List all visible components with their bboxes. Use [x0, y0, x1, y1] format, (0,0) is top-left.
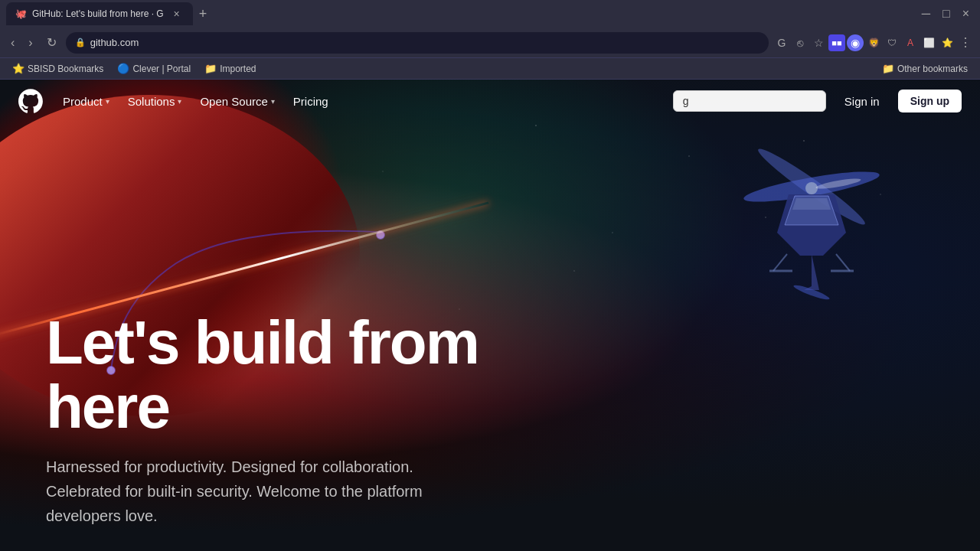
ext4-icon[interactable]: ⬜ — [920, 34, 937, 51]
bookmark-imported-icon: 📁 — [204, 63, 217, 74]
reload-button[interactable]: ↻ — [42, 32, 61, 53]
bookmarks-bar: ⭐ SBISD Bookmarks 🔵 Clever | Portal 📁 Im… — [0, 58, 980, 80]
solutions-nav-link[interactable]: Solutions ▾ — [120, 90, 190, 112]
open-source-label: Open Source — [200, 95, 267, 108]
bookmark-clever[interactable]: 🔵 Clever | Portal — [111, 60, 197, 77]
open-source-chevron-icon: ▾ — [271, 97, 275, 106]
nav-right: Sign in Sign up — [673, 90, 962, 112]
new-tab-button[interactable]: + — [193, 3, 214, 25]
tab-close-button[interactable]: × — [170, 7, 184, 21]
ext3-icon[interactable]: A — [902, 34, 919, 51]
solutions-chevron-icon: ▾ — [178, 97, 181, 106]
share-icon[interactable]: ⎋ — [792, 34, 808, 51]
browser-icons: G ⎋ ☆ ■■ ◉ 🦁 🛡 A ⬜ ⭐ ⋮ — [773, 34, 974, 51]
svg-line-7 — [836, 254, 850, 271]
product-chevron-icon: ▾ — [106, 97, 109, 106]
github-navbar: Product ▾ Solutions ▾ Open Source ▾ Pric… — [0, 80, 980, 122]
ext6-icon[interactable]: ⋮ — [957, 34, 974, 51]
svg-point-4 — [805, 182, 818, 194]
github-logo[interactable] — [18, 89, 43, 113]
sign-in-button[interactable]: Sign in — [835, 90, 889, 112]
address-bar: ‹ › ↻ 🔒 github.com G ⎋ ☆ ■■ ◉ 🦁 🛡 A ⬜ ⭐ … — [0, 28, 980, 58]
active-tab[interactable]: 🐙 GitHub: Let's build from here · G × — [6, 2, 193, 25]
maximize-button[interactable]: □ — [938, 4, 955, 24]
nav-links: Product ▾ Solutions ▾ Open Source ▾ Pric… — [55, 90, 661, 112]
product-nav-link[interactable]: Product ▾ — [55, 90, 117, 112]
ext1-icon[interactable]: 🦁 — [865, 34, 882, 51]
ext5-icon[interactable]: ⭐ — [939, 34, 956, 51]
drone-illustration — [704, 126, 919, 340]
pricing-label: Pricing — [293, 95, 328, 108]
address-input-wrap[interactable]: 🔒 github.com — [66, 32, 769, 54]
open-source-nav-link[interactable]: Open Source ▾ — [192, 90, 282, 112]
sign-up-button[interactable]: Sign up — [898, 90, 962, 112]
hero-content: Let's build from here Harnessed for prod… — [46, 311, 582, 528]
github-page: Product ▾ Solutions ▾ Open Source ▾ Pric… — [0, 80, 980, 551]
tab-bar: 🐙 GitHub: Let's build from here · G × + — [6, 2, 911, 25]
bookmark-sbisd[interactable]: ⭐ SBISD Bookmarks — [6, 60, 109, 77]
lock-icon: 🔒 — [75, 37, 86, 47]
hero-title: Let's build from here — [46, 311, 582, 439]
bookmark-imported-label: Imported — [220, 64, 256, 74]
bookmark-clever-icon: 🔵 — [117, 63, 129, 74]
pricing-nav-link[interactable]: Pricing — [286, 90, 336, 112]
other-bookmarks-label: Other bookmarks — [897, 64, 968, 74]
title-bar: 🐙 GitHub: Let's build from here · G × + … — [0, 0, 980, 28]
profile-icon[interactable]: ◉ — [847, 34, 864, 51]
back-button[interactable]: ‹ — [6, 33, 19, 53]
product-label: Product — [63, 95, 103, 108]
bookmark-clever-label: Clever | Portal — [132, 64, 191, 74]
other-bookmarks-icon: 📁 — [882, 63, 894, 74]
tab-title: GitHub: Let's build from here · G — [32, 8, 164, 19]
forward-button[interactable]: › — [24, 33, 37, 53]
search-input[interactable] — [673, 90, 826, 112]
bookmarks-right: 📁 Other bookmarks — [876, 60, 974, 77]
google-icon[interactable]: G — [773, 34, 790, 51]
window-controls: ─ □ × — [917, 4, 974, 24]
solutions-label: Solutions — [128, 95, 175, 108]
bookmark-sbisd-icon: ⭐ — [12, 63, 24, 74]
ext2-icon[interactable]: 🛡 — [884, 34, 900, 51]
address-text: github.com — [90, 37, 760, 48]
bookmark-sbisd-label: SBISD Bookmarks — [28, 64, 103, 74]
hero-subtitle: Harnessed for productivity. Designed for… — [46, 455, 490, 528]
bookmark-star-icon[interactable]: ☆ — [810, 34, 827, 51]
svg-line-6 — [773, 254, 787, 271]
other-bookmarks[interactable]: 📁 Other bookmarks — [876, 60, 974, 77]
minimize-button[interactable]: ─ — [917, 4, 935, 24]
tab-favicon: 🐙 — [15, 8, 26, 19]
bookmark-imported[interactable]: 📁 Imported — [198, 60, 262, 77]
extensions-icon[interactable]: ■■ — [828, 34, 845, 51]
close-button[interactable]: × — [958, 4, 974, 24]
